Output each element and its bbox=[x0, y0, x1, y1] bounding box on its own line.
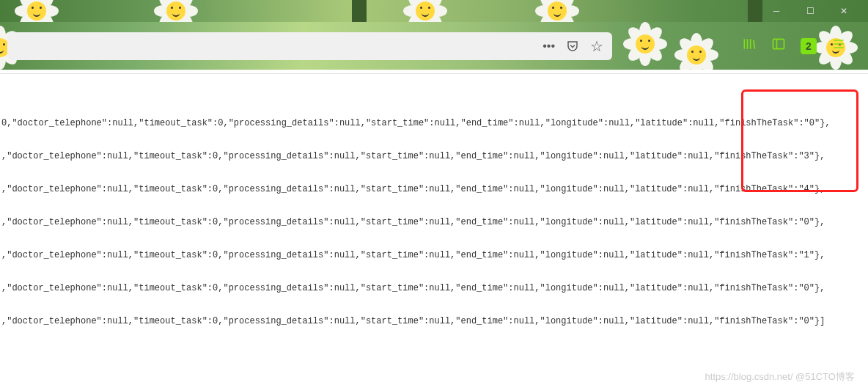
bookmark-star-icon[interactable]: ☆ bbox=[590, 37, 603, 55]
svg-rect-0 bbox=[773, 39, 784, 48]
url-bar[interactable]: ••• ☆ bbox=[7, 32, 612, 60]
json-line: ,"doctor_telephone":null,"timeout_task":… bbox=[1, 250, 868, 261]
json-line: 0,"doctor_telephone":null,"timeout_task"… bbox=[1, 118, 868, 129]
maximize-button[interactable]: ☐ bbox=[793, 0, 827, 22]
browser-right-icons: 2 bbox=[742, 37, 846, 55]
window-titlebar: ─ ☐ ✕ bbox=[0, 0, 868, 22]
browser-toolbar: ••• ☆ 2 bbox=[0, 22, 868, 70]
watermark: https://blog.csdn.net/ @51CTO博客 bbox=[705, 370, 855, 384]
library-icon[interactable] bbox=[742, 37, 757, 55]
json-line: ,"doctor_telephone":null,"timeout_task":… bbox=[1, 316, 868, 327]
menu-icon[interactable] bbox=[831, 37, 846, 55]
json-line: ,"doctor_telephone":null,"timeout_task":… bbox=[1, 151, 868, 162]
json-line: ,"doctor_telephone":null,"timeout_task":… bbox=[1, 283, 868, 294]
json-line: ,"doctor_telephone":null,"timeout_task":… bbox=[1, 184, 868, 195]
close-button[interactable]: ✕ bbox=[827, 0, 861, 22]
page-content: 0,"doctor_telephone":null,"timeout_task"… bbox=[0, 74, 868, 385]
more-icon[interactable]: ••• bbox=[542, 40, 555, 53]
minimize-button[interactable]: ─ bbox=[760, 0, 793, 22]
extension-badge-icon[interactable]: 2 bbox=[801, 38, 817, 54]
json-output: 0,"doctor_telephone":null,"timeout_task"… bbox=[0, 96, 868, 349]
json-line: ,"doctor_telephone":null,"timeout_task":… bbox=[1, 217, 868, 228]
pocket-icon[interactable] bbox=[566, 40, 579, 53]
window-controls: ─ ☐ ✕ bbox=[760, 0, 861, 22]
sidebar-icon[interactable] bbox=[771, 37, 786, 55]
